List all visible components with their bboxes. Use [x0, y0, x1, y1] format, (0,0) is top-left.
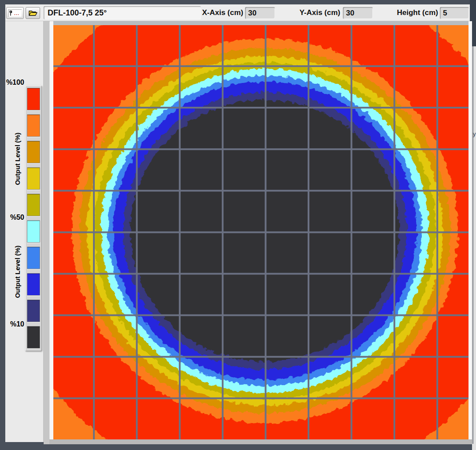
legend-swatch [27, 247, 40, 269]
plot-frame-right [469, 21, 472, 439]
x-axis-field[interactable]: 30 [245, 7, 275, 19]
scale-tick-100: %100 [5, 79, 24, 86]
path-icon [9, 11, 13, 16]
app-window: y ... DFL-100-7,5 25° X-Axis (cm) 30 Y-A… [0, 0, 476, 450]
legend-swatch [27, 273, 40, 296]
file-path-control[interactable]: ... [6, 7, 24, 19]
height-field[interactable]: 5 [440, 7, 469, 19]
plot-frame-bottom [49, 439, 472, 444]
y-axis-label: Y-Axis (cm) [293, 4, 340, 21]
contour-svg [53, 25, 469, 439]
legend-swatch [27, 88, 40, 110]
plot-frame-left [49, 21, 53, 439]
legend-swatch [27, 114, 40, 137]
lamp-name-field[interactable]: DFL-100-7,5 25° [44, 6, 201, 19]
scale-tick-50: %50 [5, 214, 24, 221]
open-folder-icon [28, 10, 38, 17]
path-ellipsis: ... [14, 12, 19, 15]
legend-swatch [27, 326, 40, 349]
output-level-axis-label-upper: Output Level (%) [14, 124, 21, 194]
plot-frame-top [49, 21, 472, 25]
color-scale-sidebar: %100 %50 %10 Output Level (%) Output Lev… [5, 21, 44, 442]
legend-swatch [27, 300, 40, 322]
file-path-inner: ... [8, 9, 22, 17]
color-scale-column [25, 86, 42, 351]
output-level-axis-label-lower: Output Level (%) [14, 236, 21, 307]
scale-tick-10: %10 [5, 320, 24, 328]
legend-swatch [27, 194, 40, 216]
open-folder-button[interactable] [26, 7, 40, 19]
height-label: Height (cm) [387, 4, 438, 21]
legend-swatch [27, 220, 40, 243]
intensity-plot[interactable] [53, 25, 469, 439]
toolbar: ... DFL-100-7,5 25° X-Axis (cm) 30 Y-Axi… [5, 4, 470, 21]
intensity-graph-panel [44, 21, 472, 444]
legend-swatch [27, 141, 40, 163]
background-window-text: y [473, 131, 476, 137]
x-axis-label: X-Axis (cm) [199, 4, 243, 21]
y-axis-field[interactable]: 30 [343, 7, 373, 19]
legend-swatch [27, 167, 40, 190]
